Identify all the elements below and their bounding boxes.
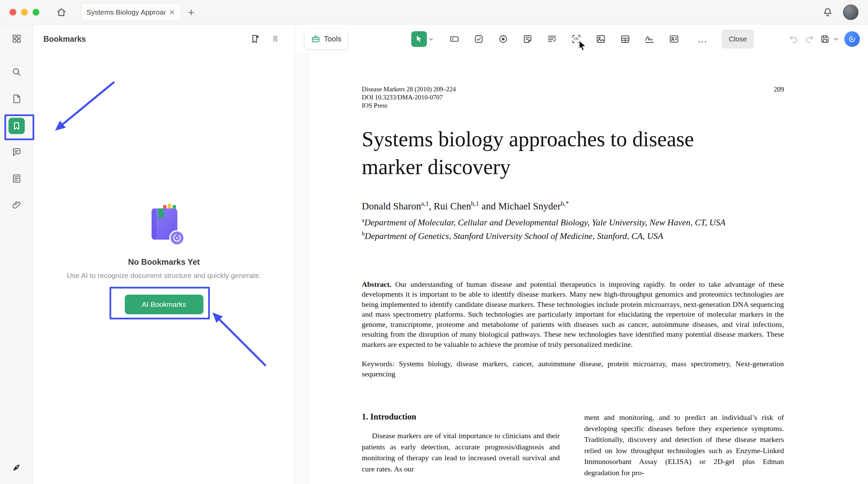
abstract-label: Abstract. [362,280,391,288]
rail-item-outline[interactable] [8,170,25,187]
bookmark-filled-icon [270,34,280,44]
close-button[interactable]: Close [722,30,754,49]
add-bookmark-button[interactable] [250,34,261,44]
select-tool-chevron-icon[interactable] [428,36,434,42]
paper-header-left: Disease Markers 28 (2010) 209–224 DOI 10… [362,85,456,110]
comment-icon [12,147,22,157]
image-tool-button[interactable] [593,31,609,47]
ai-assistant-button[interactable] [844,31,860,47]
table-icon [620,34,631,44]
undo-icon [789,34,799,44]
rail-item-attachments[interactable] [8,197,25,213]
author-sup: b,1 [471,200,479,207]
rail-item-bookmarks[interactable] [8,118,25,134]
affiliation-line: aDepartment of Molecular, Cellular and D… [362,215,784,228]
signature-tool-button[interactable] [642,31,657,47]
paperclip-icon [12,200,22,210]
tools-button[interactable]: Tools [304,29,348,49]
titlebar: Systems Biology Approach × + [0,0,868,24]
bookmark-list-button[interactable] [270,34,280,44]
bookmarks-panel-header: Bookmarks [33,24,295,54]
paper-affiliations: aDepartment of Molecular, Cellular and D… [362,215,784,242]
home-icon [56,7,66,17]
author-sep: , [429,201,434,211]
tools-label: Tools [324,35,341,43]
checkbox-tool-button[interactable] [471,31,487,47]
undo-button[interactable] [786,31,802,47]
rail-item-annotations[interactable] [8,144,25,160]
ocr-icon: OK [571,34,582,44]
pdf-page[interactable]: Disease Markers 28 (2010) 209–224 DOI 10… [309,54,868,484]
affiliation-sup: a [362,217,364,223]
sidebar-rail [0,24,33,484]
radio-button-icon [498,34,509,44]
save-icon [820,34,830,44]
column-right: ment and monitoring, and to predict an i… [584,412,784,478]
author-name: Rui Chen [434,201,471,211]
select-tool-button[interactable] [411,31,427,47]
text-field-tool-button[interactable] [447,31,462,47]
checkbox-icon [473,34,484,44]
text-edit-icon [547,34,557,44]
author-sup: b,* [561,200,569,207]
table-tool-button[interactable] [617,31,633,47]
tab-close-icon[interactable]: × [169,8,175,17]
section-heading: 1. Introduction [362,412,560,422]
app-body: Bookmarks [0,24,868,484]
bell-icon [823,7,833,17]
more-tools-button[interactable]: … [695,31,710,47]
empty-state-title: No Bookmarks Yet [128,257,200,267]
ai-bookmarks-button[interactable]: AI Bookmarks [125,295,203,314]
redo-button[interactable] [802,31,817,47]
note-tool-button[interactable] [520,31,535,47]
redo-icon [804,34,814,44]
paper-authors: Donald Sharona,1, Rui Chenb,1 and Michae… [362,200,784,212]
zoom-window-button[interactable] [33,9,39,16]
rail-item-apps[interactable] [8,31,25,47]
affiliation-text: Department of Molecular, Cellular and De… [364,217,726,227]
minimize-window-button[interactable] [21,9,28,16]
paper-header: Disease Markers 28 (2010) 209–224 DOI 10… [362,85,784,110]
ocr-tool-button[interactable]: OK [569,31,584,47]
affiliation-text: Department of Genetics, Stanford Univers… [365,231,663,241]
bookmarks-panel: Bookmarks [33,24,295,484]
rail-item-thumbnails[interactable] [8,91,25,107]
paper-title: Systems biology approaches to disease ma… [362,125,755,181]
text-field-icon [449,34,460,44]
notifications-button[interactable] [823,7,833,17]
save-chevron-icon[interactable] [833,36,840,42]
image-icon [595,34,606,44]
new-tab-button[interactable]: + [188,6,195,18]
rail-item-search[interactable] [8,64,25,80]
author-sup: a,1 [421,200,429,207]
paper-columns: 1. Introduction Disease markers are of v… [362,412,784,478]
affiliation-sup: b [362,230,365,237]
text-edit-tool-button[interactable] [544,31,560,47]
radio-tool-button[interactable] [495,31,511,47]
svg-text:OK: OK [574,37,579,41]
close-window-button[interactable] [9,9,16,16]
ai-assistant-icon [848,35,856,43]
add-bookmark-icon [250,34,261,44]
bookmark-icon [12,121,22,131]
publisher-line: IOS Press [362,101,456,110]
toolbox-icon [311,34,320,44]
column-left: 1. Introduction Disease markers are of v… [362,412,560,478]
stamp-tool-button[interactable] [666,31,682,47]
document-tab[interactable]: Systems Biology Approach × [81,3,181,21]
signature-icon [644,34,655,44]
toolbar-right-group [786,29,860,49]
empty-state-subtitle: Use AI to recognize document structure a… [67,272,261,280]
save-button[interactable] [817,31,833,47]
panel-title: Bookmarks [43,35,240,44]
document-outline-icon [12,173,22,184]
window-controls [9,9,39,16]
author-sep: and [479,201,498,211]
intro-right-text: ment and monitoring, and to predict an i… [584,412,784,478]
user-avatar[interactable] [843,4,859,20]
affiliation-line: bDepartment of Genetics, Stanford Univer… [362,228,784,242]
home-button[interactable] [54,4,69,20]
main-toolbar: Tools [295,24,868,54]
rail-item-pen-tool[interactable] [8,459,25,476]
intro-left-text: Disease markers are of vital importance … [362,430,560,474]
